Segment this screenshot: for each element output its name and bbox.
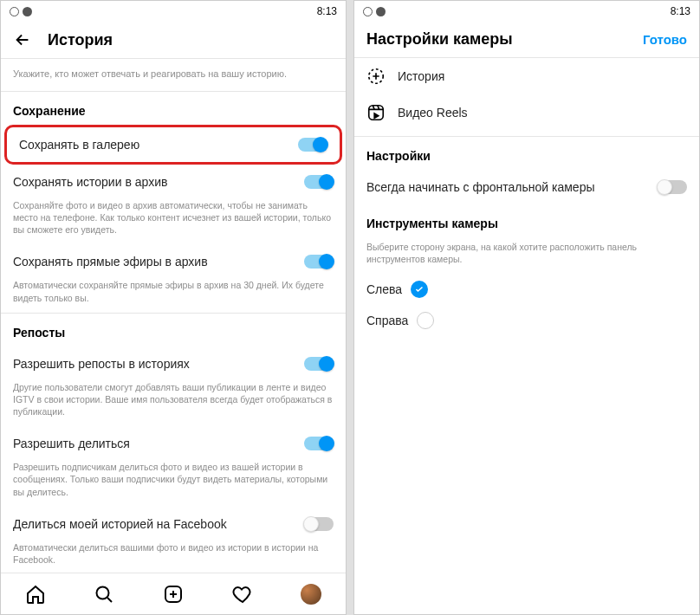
home-icon[interactable] [25, 584, 46, 605]
toggle-front-camera[interactable] [658, 180, 687, 194]
shazam-icon [23, 7, 32, 16]
desc-save-archive: Сохраняйте фото и видео в архив автомати… [1, 199, 346, 245]
toggle-save-live[interactable] [304, 255, 334, 269]
header: История [1, 22, 346, 59]
svg-point-0 [97, 586, 109, 599]
row-save-live[interactable]: Сохранять прямые эфиры в архив [1, 244, 346, 279]
desc-repost-stories: Другие пользователи смогут добавлять ваш… [1, 381, 346, 427]
right-phone: 8:13 Настройки камеры Готово История Вид… [353, 0, 700, 615]
highlight-box: Сохранять в галерею [4, 125, 342, 165]
label-save-archive: Сохранять истории в архив [13, 175, 167, 189]
clock: 8:13 [317, 5, 337, 17]
row-allow-share[interactable]: Разрешить делиться [1, 426, 346, 461]
desc-allow-share: Разрешить подписчикам делиться фото и ви… [1, 461, 346, 507]
desc-tools: Выберите сторону экрана, на какой хотите… [354, 237, 699, 274]
reels-icon [366, 103, 386, 122]
page-title: Настройки камеры [366, 30, 643, 49]
toggle-share-fb[interactable] [304, 517, 334, 531]
radio-left[interactable]: Слева [354, 274, 699, 305]
radio-left-check[interactable] [411, 281, 428, 298]
search-icon[interactable] [94, 584, 114, 605]
label-allow-share: Разрешить делиться [13, 437, 130, 450]
history-icon [366, 67, 386, 86]
section-settings: Настройки [354, 137, 699, 170]
toggle-allow-share[interactable] [304, 437, 334, 450]
row-repost-stories[interactable]: Разрешить репосты в историях [1, 346, 346, 381]
toggle-repost-stories[interactable] [304, 357, 334, 371]
nav-history-label: История [398, 69, 444, 83]
nav-reels[interactable]: Видео Reels [354, 94, 699, 131]
section-tools: Инструменты камеры [354, 204, 699, 237]
add-icon[interactable] [163, 584, 184, 605]
desc-save-live: Автоматически сохраняйте прямые эфиры в … [1, 279, 346, 312]
section-save: Сохранение [1, 92, 346, 125]
label-front-camera: Всегда начинать с фронтальной камеры [366, 180, 595, 194]
row-share-fb[interactable]: Делиться моей историей на Facebook [1, 507, 346, 541]
label-share-fb: Делиться моей историей на Facebook [13, 517, 227, 531]
status-icon [363, 7, 373, 16]
avatar[interactable] [301, 584, 321, 605]
shazam-icon [376, 7, 386, 16]
row-save-gallery[interactable]: Сохранять в галерею [7, 127, 340, 162]
status-icon [10, 7, 19, 16]
radio-left-label: Слева [366, 282, 402, 296]
status-bar: 8:13 [354, 1, 699, 22]
nav-history[interactable]: История [354, 58, 699, 94]
nav-reels-label: Видео Reels [398, 106, 468, 120]
clock: 8:13 [671, 5, 690, 17]
toggle-save-gallery[interactable] [298, 138, 327, 152]
label-repost-stories: Разрешить репосты в историях [13, 357, 190, 371]
row-front-camera[interactable]: Всегда начинать с фронтальной камеры [354, 170, 699, 204]
header: Настройки камеры Готово [354, 22, 699, 58]
page-title: История [48, 31, 334, 49]
radio-right-label: Справа [366, 314, 408, 327]
toggle-save-archive[interactable] [304, 175, 334, 189]
label-save-live: Сохранять прямые эфиры в архив [13, 255, 208, 269]
desc-share-fb: Автоматически делиться вашими фото и вид… [1, 541, 346, 573]
radio-right[interactable]: Справа [354, 305, 699, 336]
status-bar: 8:13 [1, 1, 346, 22]
bottom-nav [1, 573, 346, 614]
label-save-gallery: Сохранять в галерею [19, 138, 139, 152]
back-icon[interactable] [13, 30, 32, 49]
done-button[interactable]: Готово [643, 32, 687, 47]
page-subtitle: Укажите, кто может отвечать и реагироват… [1, 59, 346, 91]
content-right: История Видео Reels Настройки Всегда нач… [354, 58, 699, 614]
radio-right-check[interactable] [417, 312, 434, 329]
section-repost: Репосты [1, 314, 346, 346]
left-phone: 8:13 История Укажите, кто может отвечать… [0, 0, 347, 615]
content-left: Укажите, кто может отвечать и реагироват… [1, 59, 346, 573]
row-save-archive[interactable]: Сохранять истории в архив [1, 165, 346, 199]
heart-icon[interactable] [232, 584, 253, 605]
